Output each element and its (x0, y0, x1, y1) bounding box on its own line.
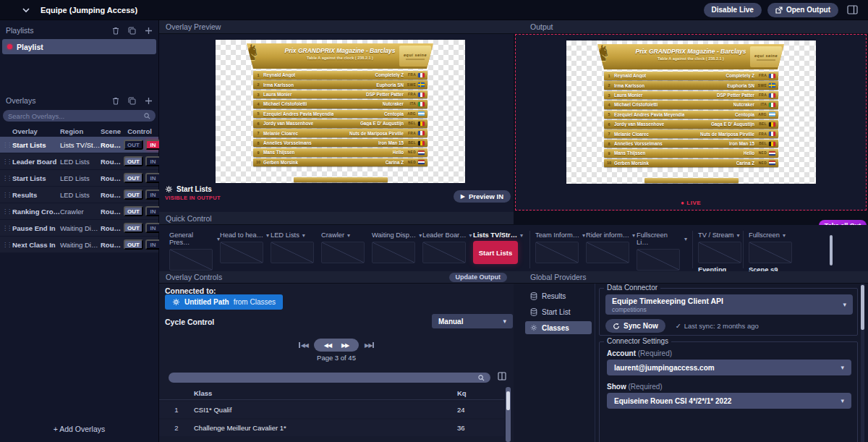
quick-item-dropdown[interactable]: Fullscreen Li…▾ (637, 231, 687, 246)
table-row[interactable]: 2 Challenge Meilleur Cavalier 1* 36 (159, 420, 504, 436)
table-row[interactable]: 1 CSI1* Qualif 24 (159, 401, 504, 418)
trash-icon[interactable] (112, 27, 119, 35)
quick-item: Fullscreen▾ (749, 231, 799, 263)
table-row[interactable]: ⋮⋮ Pause End In Waiting Disp… Rouen… OUT… (0, 220, 158, 236)
cycle-mode-value: Manual (438, 318, 463, 326)
quick-item-thumbnail[interactable] (637, 249, 680, 271)
provider-item-classes[interactable]: Classes (525, 321, 592, 334)
in-button[interactable]: IN (145, 190, 161, 200)
table-row[interactable]: ⋮⋮ Leader Board LED Lists Rouen… OUT IN (0, 153, 158, 169)
chevron-down-icon: ▾ (302, 232, 305, 239)
quick-item-dropdown[interactable]: Rider inform…▾ (586, 231, 637, 239)
quick-item-thumbnail[interactable] (220, 242, 263, 263)
in-button[interactable]: IN (145, 239, 161, 250)
out-button[interactable]: OUT (124, 173, 143, 183)
drag-handle-icon[interactable]: ⋮⋮ (2, 192, 12, 198)
quick-item-thumbnail[interactable] (749, 242, 792, 263)
drag-handle-icon[interactable]: ⋮⋮ (2, 158, 12, 165)
connected-path-button[interactable]: Untitled Path from Classes (165, 294, 283, 310)
duplicate-icon[interactable] (128, 27, 136, 35)
in-button[interactable]: IN (145, 140, 161, 150)
preview-in-button[interactable]: ▶ Preview IN (454, 190, 511, 203)
out-button[interactable]: OUT (124, 190, 143, 200)
overlay-search-input[interactable] (8, 112, 144, 120)
out-button[interactable]: OUT (124, 223, 143, 233)
drag-handle-icon[interactable]: ⋮⋮ (2, 225, 12, 231)
in-button[interactable]: IN (145, 206, 161, 216)
quick-item-thumbnail[interactable] (321, 242, 365, 263)
quick-item-thumbnail[interactable] (698, 242, 741, 263)
disable-live-button[interactable]: Disable Live (704, 3, 762, 17)
column-settings-icon[interactable] (498, 372, 506, 381)
cycle-mode-dropdown[interactable]: Manual ▾ (432, 314, 513, 328)
next-page-icon[interactable]: ▶▶ (341, 342, 349, 349)
quick-item-thumbnail[interactable] (271, 242, 314, 263)
rider-name: Mans Thijssen (614, 150, 645, 156)
open-output-button[interactable]: Open Output (767, 3, 838, 17)
drag-handle-icon[interactable]: ⋮⋮ (2, 242, 12, 248)
table-row[interactable]: ⋮⋮ Results LED Lists Rouen… OUT IN (0, 187, 158, 203)
start-lists-action-button[interactable]: Start Lists (473, 241, 518, 264)
quick-item-thumbnail[interactable] (422, 242, 466, 263)
page-step-buttons[interactable]: ◀◀ ▶▶ (314, 339, 359, 352)
quick-item-dropdown[interactable]: Waiting Disp…▾ (372, 231, 422, 239)
add-overlay-icon[interactable] (145, 97, 153, 105)
chevron-down-icon[interactable] (22, 6, 30, 14)
account-dropdown[interactable]: laurent@jumpingaccess.com ▾ (607, 360, 851, 375)
table-row[interactable]: ⋮⋮ Next Class In Waiting Disp… Rouen… OU… (0, 237, 158, 252)
table-row[interactable]: ⋮⋮ Ranking Cro… Crawler Rouen… OUT IN (0, 203, 158, 219)
update-output-button[interactable]: Update Output (449, 273, 508, 282)
flag-icon (418, 82, 425, 87)
rider-position: 8 (253, 141, 263, 145)
quick-item-dropdown[interactable]: Fullscreen▾ (749, 231, 799, 239)
drag-handle-icon[interactable]: ⋮⋮ (2, 142, 12, 148)
panel-scrollbar[interactable] (861, 284, 864, 442)
add-playlist-icon[interactable] (145, 27, 153, 35)
quick-scrollbar[interactable] (830, 235, 833, 265)
provider-list: Results Start List Classes (525, 289, 592, 334)
startlist-row: 8 Annelies Vorsselmans Iron Man 15 BEL (604, 140, 778, 148)
table-row[interactable]: ⋮⋮ Start Lists Lists TV/Str… Rouen… OUT … (0, 137, 158, 153)
last-page-button[interactable]: ▶▶ (365, 342, 374, 349)
sync-now-button[interactable]: Sync Now (605, 319, 665, 333)
out-button[interactable]: OUT (124, 239, 143, 250)
quick-item-dropdown[interactable]: LED Lists▾ (271, 231, 321, 239)
provider-item-start-list[interactable]: Start List (525, 305, 592, 318)
in-button[interactable]: IN (145, 173, 161, 183)
duplicate-icon[interactable] (128, 97, 136, 105)
rider-position: 8 (604, 142, 614, 146)
cycle-search-input[interactable] (174, 374, 478, 381)
playlist-item[interactable]: Playlist (2, 39, 156, 54)
quick-item: LED Lists▾ (271, 231, 321, 271)
drag-handle-icon[interactable]: ⋮⋮ (2, 208, 12, 215)
quick-item-dropdown[interactable]: Lists TV/Str…▾ (473, 231, 524, 239)
quick-item-dropdown[interactable]: Head to hea…▾ (220, 231, 271, 239)
quick-item-dropdown[interactable]: General Pres…▾ (169, 231, 220, 246)
out-button[interactable]: OUT (124, 156, 143, 166)
provider-item-results[interactable]: Results (525, 289, 592, 302)
quick-item-thumbnail[interactable] (372, 242, 415, 263)
nationality: FRA (406, 73, 416, 77)
show-dropdown[interactable]: Equiseine Rouen CSI 4*/2*/1* 2022 ▾ (607, 393, 851, 409)
in-button[interactable]: IN (145, 223, 161, 233)
layout-panel-icon[interactable] (847, 5, 858, 14)
first-page-button[interactable]: ◀◀ (299, 342, 308, 349)
in-button[interactable]: IN (145, 156, 161, 166)
quick-item-dropdown[interactable]: Team Inform…▾ (535, 231, 586, 239)
out-button[interactable]: OUT (124, 206, 143, 216)
quick-item-dropdown[interactable]: Crawler▾ (321, 231, 372, 239)
trash-icon[interactable] (112, 97, 119, 105)
quick-item-dropdown[interactable]: TV / Stream▾ (698, 231, 749, 239)
connector-provider-dropdown[interactable]: Equipe Timekeeping Client API competitio… (605, 294, 853, 315)
table-row[interactable]: ⋮⋮ Start Lists LED Lists Rouen… OUT IN (0, 170, 158, 186)
quick-item-thumbnail[interactable] (586, 242, 629, 263)
quick-item-thumbnail[interactable] (535, 242, 579, 263)
table-scrollbar[interactable] (506, 387, 511, 442)
prev-page-icon[interactable]: ◀◀ (324, 342, 331, 349)
out-button[interactable]: OUT (124, 140, 143, 150)
drag-handle-icon[interactable]: ⋮⋮ (2, 175, 12, 182)
quick-item-thumbnail[interactable] (169, 249, 213, 271)
connection-path-source: from Classes (234, 298, 276, 306)
quick-item-dropdown[interactable]: Leader Boar…▾ (422, 231, 473, 239)
add-overlays-button[interactable]: + Add Overlays (0, 425, 158, 433)
